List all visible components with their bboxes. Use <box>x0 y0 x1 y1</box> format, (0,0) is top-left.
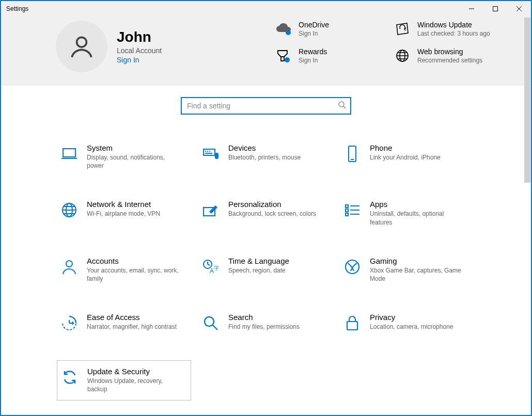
category-privacy[interactable]: Privacy Location, camera, microphone <box>340 310 474 338</box>
category-apps[interactable]: Apps Uninstall, defaults, optional featu… <box>340 197 474 230</box>
category-accounts[interactable]: Accounts Your accounts, email, sync, wor… <box>57 253 191 287</box>
category-gaming[interactable]: Gaming Xbox Game Bar, captures, Game Mod… <box>340 253 474 287</box>
category-label: Update & Security <box>87 367 180 376</box>
tile-sub: Last checked: 3 hours ago <box>417 30 490 38</box>
category-label: Network & Internet <box>87 200 160 209</box>
category-label: Gaming <box>370 257 463 265</box>
svg-rect-6 <box>281 57 284 61</box>
search-box[interactable] <box>181 97 351 115</box>
svg-point-39 <box>346 260 359 274</box>
svg-point-41 <box>205 317 214 326</box>
time-language-icon: A字 <box>200 257 221 277</box>
category-label: Personalization <box>228 200 316 209</box>
scrollbar-thumb[interactable] <box>524 18 530 183</box>
apps-list-icon <box>342 200 363 220</box>
header-tiles: OneDrive Sign In Windows Update Last che… <box>273 21 518 65</box>
signin-link[interactable]: Sign In <box>117 56 162 64</box>
category-label: Time & Language <box>228 257 289 265</box>
window-controls <box>460 1 531 17</box>
category-personalization[interactable]: Personalization Background, lock screen,… <box>198 197 333 230</box>
svg-point-4 <box>77 37 87 47</box>
category-label: Devices <box>228 143 301 152</box>
phone-icon <box>342 143 363 164</box>
category-label: System <box>87 143 180 152</box>
search-icon <box>338 101 346 111</box>
category-sub: Find my files, permissions <box>228 323 300 331</box>
category-update-security[interactable]: Update & Security Windows Update, recove… <box>57 360 191 400</box>
close-icon <box>517 6 522 11</box>
tile-windows-update[interactable]: Windows Update Last checked: 3 hours ago <box>392 21 505 38</box>
tile-label: Rewards <box>299 47 327 56</box>
category-sub: Link your Android, iPhone <box>370 153 441 162</box>
category-sub: Uninstall, defaults, optional features <box>370 210 463 226</box>
category-system[interactable]: System Display, sound, notifications, po… <box>57 140 191 174</box>
category-sub: Bluetooth, printers, mouse <box>228 153 301 162</box>
svg-point-5 <box>286 30 291 35</box>
svg-rect-43 <box>347 322 357 330</box>
svg-rect-1 <box>493 7 498 11</box>
category-search[interactable]: Search Find my files, permissions <box>198 310 333 338</box>
svg-line-36 <box>208 264 210 265</box>
tile-web-browsing[interactable]: Web browsing Recommended settings <box>392 47 505 65</box>
svg-rect-28 <box>346 209 348 212</box>
category-label: Ease of Access <box>87 313 177 322</box>
globe-icon <box>59 200 80 220</box>
ease-of-access-icon <box>59 313 80 333</box>
account-block[interactable]: John Local Account Sign In <box>14 21 216 72</box>
category-time-language[interactable]: A字 Time & Language Speech, region, date <box>198 253 333 287</box>
xbox-icon <box>342 257 363 277</box>
minimize-icon <box>469 6 474 11</box>
svg-line-42 <box>213 325 217 330</box>
svg-line-12 <box>343 106 346 108</box>
scrollbar[interactable] <box>524 18 530 413</box>
tile-sub: Sign In <box>299 30 329 38</box>
category-label: Accounts <box>87 257 180 265</box>
window-title: Settings <box>6 5 28 12</box>
svg-point-33 <box>66 261 72 267</box>
svg-text:A: A <box>210 267 214 275</box>
category-label: Apps <box>370 200 463 209</box>
header: John Local Account Sign In OneDrive Sign… <box>1 17 531 86</box>
category-label: Search <box>228 313 300 322</box>
svg-point-7 <box>285 57 290 62</box>
search-input[interactable] <box>186 101 338 110</box>
maximize-button[interactable] <box>483 1 507 17</box>
category-sub: Xbox Game Bar, captures, Game Mode <box>370 266 463 283</box>
minimize-button[interactable] <box>460 1 483 17</box>
category-phone[interactable]: Phone Link your Android, iPhone <box>340 140 474 174</box>
category-ease-of-access[interactable]: Ease of Access Narrator, magnifier, high… <box>57 310 191 338</box>
category-sub: Windows Update, recovery, backup <box>87 377 180 393</box>
person-icon <box>59 257 80 277</box>
category-label: Privacy <box>370 313 453 322</box>
rewards-icon <box>273 47 294 64</box>
account-name: John <box>117 29 162 45</box>
category-sub: Wi-Fi, airplane mode, VPN <box>87 210 160 218</box>
close-button[interactable] <box>507 1 531 17</box>
category-grid: System Display, sound, notifications, po… <box>57 140 475 401</box>
cloud-icon <box>273 21 294 35</box>
svg-rect-15 <box>204 149 215 155</box>
svg-rect-20 <box>215 153 218 159</box>
sync-icon <box>59 367 80 388</box>
avatar <box>56 21 107 72</box>
category-sub: Narrator, magnifier, high contrast <box>87 323 177 331</box>
globe-icon <box>392 47 413 63</box>
svg-rect-29 <box>346 213 348 216</box>
category-sub: Your accounts, email, sync, work, family <box>87 266 180 283</box>
tile-label: Web browsing <box>417 47 482 56</box>
update-icon <box>392 21 413 36</box>
keyboard-icon <box>200 143 221 164</box>
category-sub: Location, camera, microphone <box>370 323 453 331</box>
tile-rewards[interactable]: Rewards Sign In <box>273 47 386 65</box>
category-devices[interactable]: Devices Bluetooth, printers, mouse <box>198 140 333 174</box>
person-icon <box>69 34 95 59</box>
magnifier-icon <box>200 313 221 333</box>
svg-point-11 <box>339 102 344 107</box>
tile-sub: Recommended settings <box>417 57 482 65</box>
category-sub: Background, lock screen, colors <box>228 210 316 218</box>
content: System Display, sound, notifications, po… <box>1 86 531 409</box>
laptop-icon <box>59 143 80 164</box>
category-network[interactable]: Network & Internet Wi-Fi, airplane mode,… <box>57 197 191 230</box>
category-sub: Display, sound, notifications, power <box>87 153 180 170</box>
tile-onedrive[interactable]: OneDrive Sign In <box>273 21 386 38</box>
